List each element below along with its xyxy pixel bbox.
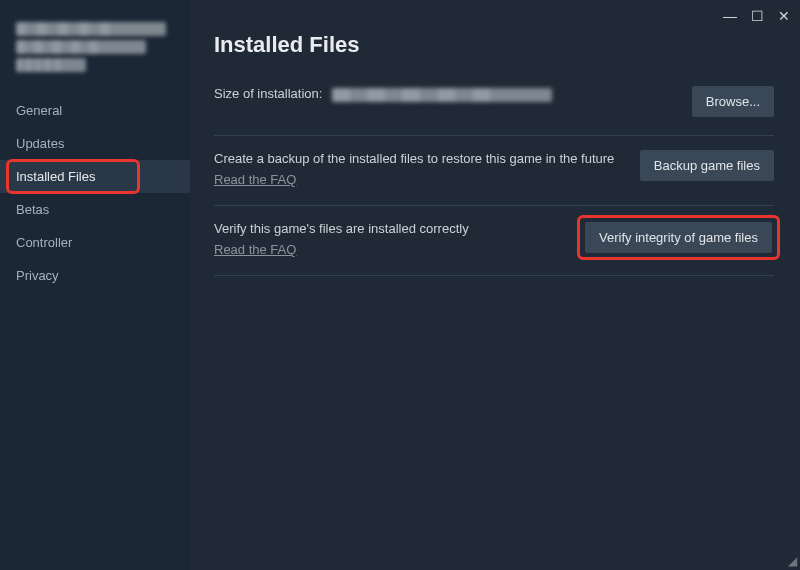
sidebar-item-label: General bbox=[16, 103, 62, 118]
sidebar-item-label: Privacy bbox=[16, 268, 59, 283]
minimize-icon[interactable]: — bbox=[723, 8, 737, 24]
sidebar-item-controller[interactable]: Controller bbox=[0, 226, 190, 259]
browse-button[interactable]: Browse... bbox=[692, 86, 774, 117]
sidebar-item-betas[interactable]: Betas bbox=[0, 193, 190, 226]
sidebar-item-general[interactable]: General bbox=[0, 94, 190, 127]
sidebar-item-privacy[interactable]: Privacy bbox=[0, 259, 190, 292]
backup-button[interactable]: Backup game files bbox=[640, 150, 774, 181]
verify-integrity-button[interactable]: Verify integrity of game files bbox=[585, 222, 772, 253]
verify-faq-link[interactable]: Read the FAQ bbox=[214, 242, 296, 257]
install-size-value-redacted bbox=[332, 88, 552, 102]
sidebar-item-label: Updates bbox=[16, 136, 64, 151]
row-verify: Verify this game's files are installed c… bbox=[214, 206, 774, 276]
maximize-icon[interactable]: ☐ bbox=[751, 8, 764, 24]
page-title: Installed Files bbox=[214, 32, 774, 58]
window-controls: — ☐ ✕ bbox=[723, 8, 790, 24]
resize-grip-icon[interactable]: ◢ bbox=[785, 555, 797, 567]
sidebar-item-label: Controller bbox=[16, 235, 72, 250]
row-install-size: Size of installation: Browse... bbox=[214, 84, 774, 136]
close-icon[interactable]: ✕ bbox=[778, 8, 790, 24]
verify-desc: Verify this game's files are installed c… bbox=[214, 220, 563, 238]
content: Installed Files Size of installation: Br… bbox=[190, 0, 800, 292]
game-title-redacted bbox=[0, 22, 190, 94]
backup-desc: Create a backup of the installed files t… bbox=[214, 150, 620, 168]
sidebar-item-label: Installed Files bbox=[16, 169, 95, 184]
backup-faq-link[interactable]: Read the FAQ bbox=[214, 172, 296, 187]
verify-button-wrap: Verify integrity of game files bbox=[583, 220, 774, 255]
app-window: General Updates Installed Files Betas Co… bbox=[0, 0, 800, 570]
sidebar-item-installed-files[interactable]: Installed Files bbox=[0, 160, 190, 193]
sidebar: General Updates Installed Files Betas Co… bbox=[0, 0, 190, 570]
row-backup: Create a backup of the installed files t… bbox=[214, 136, 774, 206]
sidebar-item-updates[interactable]: Updates bbox=[0, 127, 190, 160]
sidebar-item-label: Betas bbox=[16, 202, 49, 217]
install-size-label: Size of installation: bbox=[214, 86, 322, 101]
main-panel: — ☐ ✕ Installed Files Size of installati… bbox=[190, 0, 800, 570]
